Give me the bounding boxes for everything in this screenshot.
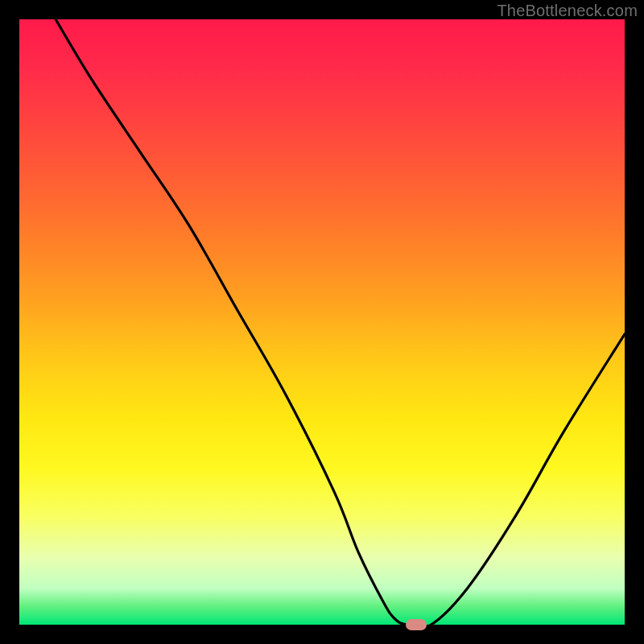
curve-path: [56, 19, 625, 625]
bottleneck-curve: [19, 19, 625, 625]
optimum-marker: [406, 619, 427, 630]
chart-frame: TheBottleneck.com: [0, 0, 644, 644]
watermark-text: TheBottleneck.com: [497, 2, 638, 20]
